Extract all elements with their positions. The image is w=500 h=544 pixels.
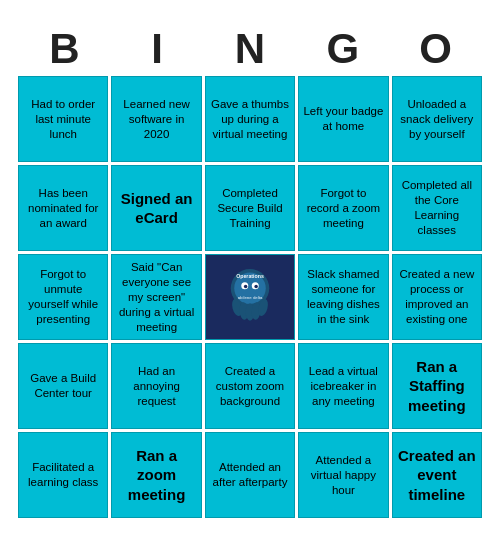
cell-text-0: Had to order last minute lunch [23, 97, 103, 142]
bingo-letter-N: N [206, 26, 294, 72]
bingo-cell-18[interactable]: Lead a virtual icebreaker in any meeting [298, 343, 388, 429]
bingo-cell-8[interactable]: Forgot to record a zoom meeting [298, 165, 388, 251]
cell-text-24: Created an event timeline [397, 446, 477, 505]
cell-text-6: Signed an eCard [116, 189, 196, 228]
svg-point-9 [244, 285, 248, 289]
cell-text-1: Learned new software in 2020 [116, 97, 196, 142]
cell-text-2: Gave a thumbs up during a virtual meetin… [210, 97, 290, 142]
bingo-cell-12[interactable]: Operations abilene delta [205, 254, 295, 340]
cell-text-22: Attended an after afterparty [210, 460, 290, 490]
bingo-letter-G: G [299, 26, 387, 72]
cell-text-13: Slack shamed someone for leaving dishes … [303, 267, 383, 327]
bingo-grid: Had to order last minute lunchLearned ne… [18, 76, 482, 518]
bingo-cell-17[interactable]: Created a custom zoom background [205, 343, 295, 429]
cell-text-16: Had an annoying request [116, 364, 196, 409]
bingo-cell-10[interactable]: Forgot to unmute yourself while presenti… [18, 254, 108, 340]
bingo-cell-14[interactable]: Created a new process or improved an exi… [392, 254, 482, 340]
svg-text:Operations: Operations [236, 273, 264, 279]
cell-text-23: Attended a virtual happy hour [303, 453, 383, 498]
bingo-cell-15[interactable]: Gave a Build Center tour [18, 343, 108, 429]
cell-text-10: Forgot to unmute yourself while presenti… [23, 267, 103, 327]
cell-text-21: Ran a zoom meeting [116, 446, 196, 505]
cell-text-9: Completed all the Core Learning classes [397, 178, 477, 238]
bingo-cell-21[interactable]: Ran a zoom meeting [111, 432, 201, 518]
bingo-cell-22[interactable]: Attended an after afterparty [205, 432, 295, 518]
cell-text-8: Forgot to record a zoom meeting [303, 186, 383, 231]
bingo-cell-20[interactable]: Facilitated a learning class [18, 432, 108, 518]
bingo-cell-9[interactable]: Completed all the Core Learning classes [392, 165, 482, 251]
cell-text-5: Has been nominated for an award [23, 186, 103, 231]
bingo-cell-0[interactable]: Had to order last minute lunch [18, 76, 108, 162]
bingo-letter-I: I [113, 26, 201, 72]
svg-point-10 [254, 285, 258, 289]
cell-text-14: Created a new process or improved an exi… [397, 267, 477, 327]
bingo-cell-24[interactable]: Created an event timeline [392, 432, 482, 518]
bingo-cell-16[interactable]: Had an annoying request [111, 343, 201, 429]
bingo-cell-2[interactable]: Gave a thumbs up during a virtual meetin… [205, 76, 295, 162]
cell-text-18: Lead a virtual icebreaker in any meeting [303, 364, 383, 409]
bingo-cell-6[interactable]: Signed an eCard [111, 165, 201, 251]
bingo-letter-B: B [20, 26, 108, 72]
cell-text-15: Gave a Build Center tour [23, 371, 103, 401]
cell-text-4: Unloaded a snack delivery by yourself [397, 97, 477, 142]
cell-text-17: Created a custom zoom background [210, 364, 290, 409]
cell-text-19: Ran a Staffing meeting [397, 357, 477, 416]
cell-text-11: Said "Can everyone see my screen" during… [116, 260, 196, 335]
bingo-card: BINGO Had to order last minute lunchLear… [10, 18, 490, 526]
bingo-letter-O: O [392, 26, 480, 72]
bingo-cell-11[interactable]: Said "Can everyone see my screen" during… [111, 254, 201, 340]
bingo-cell-23[interactable]: Attended a virtual happy hour [298, 432, 388, 518]
cell-text-7: Completed Secure Build Training [210, 186, 290, 231]
bingo-cell-4[interactable]: Unloaded a snack delivery by yourself [392, 76, 482, 162]
bingo-cell-1[interactable]: Learned new software in 2020 [111, 76, 201, 162]
bingo-header: BINGO [18, 26, 482, 72]
bingo-cell-3[interactable]: Left your badge at home [298, 76, 388, 162]
svg-text:abilene delta: abilene delta [238, 295, 263, 300]
bingo-cell-13[interactable]: Slack shamed someone for leaving dishes … [298, 254, 388, 340]
bingo-cell-7[interactable]: Completed Secure Build Training [205, 165, 295, 251]
bingo-cell-5[interactable]: Has been nominated for an award [18, 165, 108, 251]
cell-text-20: Facilitated a learning class [23, 460, 103, 490]
cell-text-3: Left your badge at home [303, 104, 383, 134]
bingo-cell-19[interactable]: Ran a Staffing meeting [392, 343, 482, 429]
